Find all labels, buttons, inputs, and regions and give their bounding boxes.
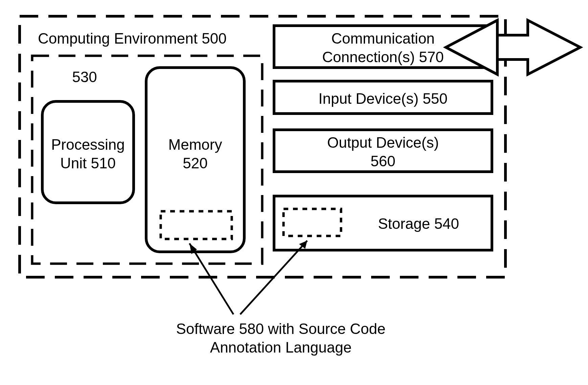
processing-unit-label: Processing Unit 510 bbox=[42, 135, 134, 172]
output-label: Output Device(s) 560 bbox=[274, 133, 492, 170]
inner-label: 530 bbox=[64, 68, 105, 86]
arrow-to-memory bbox=[189, 243, 233, 314]
input-label: Input Device(s) 550 bbox=[274, 89, 492, 108]
caption-label: Software 580 with Source Code Annotation… bbox=[129, 319, 433, 357]
svg-line-0 bbox=[189, 243, 233, 314]
memory-label: Memory 520 bbox=[146, 135, 244, 172]
diagram-stage: Computing Environment 500 530 Processing… bbox=[0, 0, 588, 385]
storage-label: Storage 540 bbox=[345, 214, 492, 233]
env-label: Computing Environment 500 bbox=[38, 29, 227, 48]
communication-label: Communication Connection(s) 570 bbox=[274, 29, 492, 66]
